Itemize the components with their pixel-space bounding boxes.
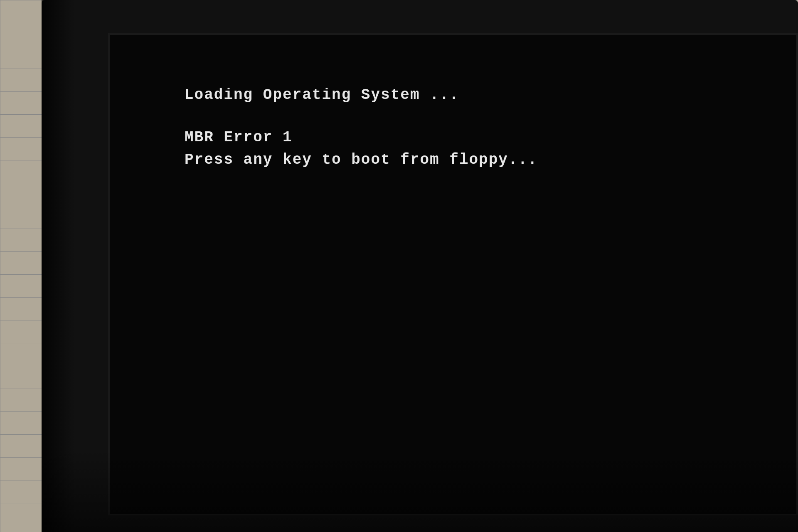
- screen-content: Loading Operating System ... MBR Error 1…: [110, 35, 796, 514]
- photo-frame: Loading Operating System ... MBR Error 1…: [0, 0, 798, 532]
- mbr-error-text: MBR Error 1: [185, 126, 722, 149]
- wall-tile-left: [0, 0, 46, 532]
- press-any-key-text: Press any key to boot from floppy...: [185, 149, 722, 171]
- error-block: MBR Error 1 Press any key to boot from f…: [185, 126, 722, 171]
- monitor-screen: Loading Operating System ... MBR Error 1…: [108, 33, 798, 515]
- shadow-bottom: [42, 449, 798, 532]
- loading-os-text: Loading Operating System ...: [185, 85, 722, 106]
